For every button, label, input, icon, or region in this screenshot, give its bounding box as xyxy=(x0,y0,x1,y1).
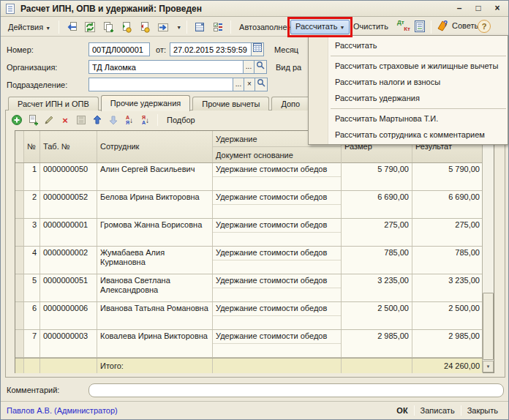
footer-bar: Павлов А.В. (Администратор) ОК Записать … xyxy=(1,401,508,420)
column-settings-button[interactable] xyxy=(211,20,225,34)
department-label: Подразделение: xyxy=(7,80,88,89)
table-row[interactable]: 6 0000000006 Иванова Татьяна Романовна У… xyxy=(15,302,483,330)
minimize-icon[interactable]: – xyxy=(453,2,466,14)
sort-ascending-button[interactable]: АЯ↓ xyxy=(123,113,136,127)
organization-input[interactable] xyxy=(88,60,244,74)
column-settings-icon xyxy=(212,21,224,33)
header-marker-cell xyxy=(15,131,24,162)
toolbar-separator xyxy=(59,20,59,34)
chevron-down-icon[interactable]: ▼ xyxy=(176,25,181,30)
scrollbar-thumb[interactable] xyxy=(483,293,494,360)
delete-row-button[interactable]: × xyxy=(59,113,72,127)
select-button[interactable]: ... xyxy=(244,60,254,74)
actions-menu-button[interactable]: Действия▼ xyxy=(5,21,53,33)
header-employee[interactable]: Сотрудник xyxy=(97,131,213,162)
table-row[interactable]: 4 0000000002 Жумабаева Алия Курмановна У… xyxy=(15,247,483,274)
cell-employee: Белова Ирина Викторовна xyxy=(97,191,213,218)
end-edit-button[interactable] xyxy=(75,113,88,127)
journal-button[interactable] xyxy=(413,20,426,33)
header-num[interactable]: № xyxy=(24,131,40,162)
post-document-button[interactable] xyxy=(119,20,134,34)
close-icon[interactable]: × xyxy=(491,2,504,14)
table-row[interactable]: 1 0000000050 Алин Сергей Васильевич Удер… xyxy=(15,163,483,191)
calculate-button[interactable]: Рассчитать▼ xyxy=(290,20,350,34)
header-doc-base[interactable]: Документ основание xyxy=(213,147,342,163)
header-tab-num[interactable]: Таб. № xyxy=(40,131,97,162)
cell-num: 2 xyxy=(24,191,40,218)
total-empty xyxy=(24,359,40,373)
vertical-scrollbar[interactable]: ▲ ▼ xyxy=(482,131,494,372)
open-button[interactable] xyxy=(255,78,268,91)
comment-label: Комментарий: xyxy=(7,386,88,394)
table-row[interactable]: 7 0000000003 Ковалева Ирина Викторовна У… xyxy=(15,330,483,358)
main-toolbar: Действия▼ ▼ Автозаполнение▼ Рассчитать▼ … xyxy=(1,18,508,37)
number-label: Номер: xyxy=(7,45,88,54)
table-row[interactable]: 2 0000000052 Белова Ирина Викторовна Уде… xyxy=(15,191,483,219)
cell-result: 2 985,00 xyxy=(412,330,483,357)
copy-button[interactable] xyxy=(101,20,116,34)
table-row[interactable]: 5 0000000051 Иванова Светлана Александро… xyxy=(15,274,483,302)
comment-input[interactable] xyxy=(88,383,504,397)
help-icon[interactable]: ? xyxy=(478,20,491,33)
current-user-link[interactable]: Павлов А.В. (Администратор) xyxy=(7,406,118,415)
calendar-icon xyxy=(253,43,262,52)
move-down-button[interactable] xyxy=(107,113,120,127)
menu-item-calculate-insurance-housing[interactable]: Рассчитать страховые и жилищные вычеты xyxy=(309,58,508,74)
calendar-button[interactable] xyxy=(252,42,264,56)
document-icon xyxy=(4,3,16,15)
copy-row-icon xyxy=(27,114,39,126)
move-up-button[interactable] xyxy=(91,113,104,127)
tab-other-deductions[interactable]: Прочие удержания xyxy=(101,95,190,111)
unpost-document-button[interactable] xyxy=(137,20,152,34)
scroll-down-icon[interactable]: ▼ xyxy=(483,361,494,372)
cell-tab-num: 0000000052 xyxy=(40,191,97,218)
department-input[interactable] xyxy=(88,78,233,91)
date-input[interactable] xyxy=(170,42,252,56)
organization-label: Организация: xyxy=(7,63,88,72)
cell-deduction: Удержание стоимости обедов xyxy=(213,274,342,301)
clear-button[interactable]: Очистить xyxy=(350,20,391,33)
toolbar-separator xyxy=(186,20,187,34)
calculate-dropdown-menu: Рассчитать Рассчитать страховые и жилищн… xyxy=(308,35,508,145)
clear-field-button[interactable]: × xyxy=(244,78,255,91)
refresh-button[interactable] xyxy=(83,20,97,34)
ok-button[interactable]: ОК xyxy=(391,405,413,416)
reread-button[interactable] xyxy=(64,20,79,34)
tips-icon: ? xyxy=(437,19,449,32)
total-value: 24 260,00 xyxy=(412,359,483,373)
pick-button[interactable]: Подбор xyxy=(163,114,199,126)
menu-item-calculate[interactable]: Рассчитать xyxy=(309,37,508,53)
svg-text:?: ? xyxy=(443,20,448,28)
total-label: Итого: xyxy=(97,359,213,373)
tab-other-exemptions[interactable]: Прочие вычеты xyxy=(192,97,269,110)
magnifier-icon xyxy=(257,78,265,87)
menu-item-calculate-taxes[interactable]: Рассчитать налоги и взносы xyxy=(309,74,508,90)
add-row-button[interactable] xyxy=(10,113,23,127)
menu-item-calculate-martynova[interactable]: Рассчитать Мартынова Т.И. xyxy=(309,110,508,127)
cell-result: 785,00 xyxy=(412,247,483,274)
cell-result: 3 235,00 xyxy=(412,274,483,301)
edit-row-button[interactable] xyxy=(42,113,56,127)
number-input[interactable] xyxy=(88,42,150,56)
tips-button[interactable]: ? Советы xyxy=(437,19,480,32)
table-row[interactable]: 3 0000000001 Громова Жанна Борисовна Уде… xyxy=(15,219,483,247)
total-row: Итого: 24 260,00 xyxy=(15,358,483,373)
list-structure-button[interactable] xyxy=(192,20,207,34)
dt-kt-button[interactable]: ДтКт xyxy=(396,19,412,35)
menu-item-calculate-employee-comment[interactable]: Рассчитать сотрудника с комментарием xyxy=(309,127,508,143)
copy-row-button[interactable] xyxy=(26,113,39,127)
row-marker xyxy=(15,274,24,301)
tab-ipn-opv[interactable]: Расчет ИПН и ОПВ xyxy=(8,97,99,110)
menu-item-calculate-deductions[interactable]: Рассчитать удержания xyxy=(309,90,508,106)
cell-result: 6 690,00 xyxy=(412,191,483,218)
close-button[interactable]: Закрыть xyxy=(461,405,504,416)
cell-tab-num: 0000000002 xyxy=(40,247,97,274)
maximize-icon[interactable]: □ xyxy=(472,2,485,14)
sort-descending-button[interactable]: ЯА↓ xyxy=(139,113,152,127)
select-button[interactable]: ... xyxy=(233,78,244,91)
navigate-button[interactable] xyxy=(156,20,170,34)
open-button[interactable] xyxy=(254,60,267,74)
save-button[interactable]: Записать xyxy=(415,405,461,416)
date-from-label: от: xyxy=(156,45,166,54)
cell-tab-num: 0000000006 xyxy=(40,302,97,329)
